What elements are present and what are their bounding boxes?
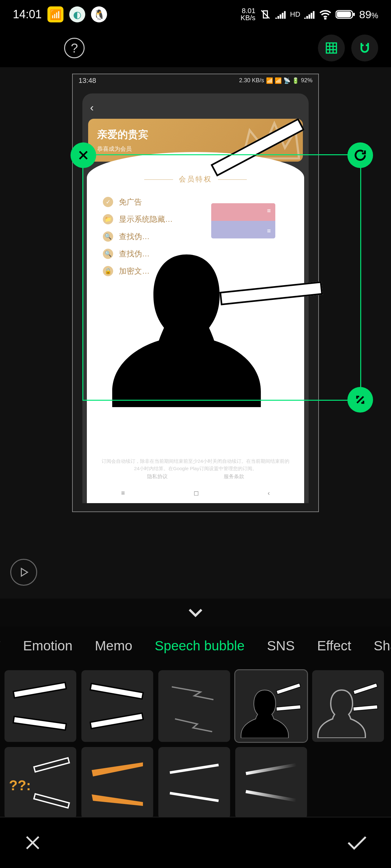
battery-icon (336, 9, 356, 20)
vibrate-icon (259, 8, 272, 21)
sticker-category-tabs: 有 Emotion Memo Speech bubble SNS Effect … (0, 627, 391, 665)
cancel-button[interactable] (22, 833, 43, 853)
signal-icon-1 (275, 9, 286, 19)
tab-speech-bubble[interactable]: Speech bubble (155, 638, 245, 654)
confirm-button[interactable] (345, 834, 368, 852)
sticker-thumb-lines-orange[interactable] (81, 747, 153, 819)
sticker-thumb-lines-thin[interactable] (158, 747, 230, 819)
bottom-action-bar (0, 817, 391, 868)
canvas-frame: 13:48 2.30 KB/s 📶 📶 📡 🔋 92% ‹ 亲爱的贵宾 恭喜成为… (72, 73, 319, 512)
help-button[interactable]: ? (64, 38, 85, 58)
svg-rect-14 (34, 794, 69, 808)
svg-rect-5 (13, 682, 66, 698)
signal-icon-2 (304, 9, 315, 19)
svg-rect-17 (246, 763, 297, 775)
svg-rect-8 (90, 713, 143, 728)
play-preview-button[interactable] (10, 559, 37, 586)
svg-rect-10 (276, 705, 301, 711)
svg-rect-6 (13, 716, 66, 730)
inner-back-icon: ‹ (87, 101, 304, 114)
net-speed: 8.01 KB/s (241, 7, 255, 22)
snap-magnet-button[interactable] (351, 35, 378, 61)
svg-rect-2 (337, 11, 351, 17)
svg-point-0 (325, 18, 326, 19)
selection-delete-handle[interactable] (71, 143, 96, 168)
status-time: 14:01 (13, 8, 42, 21)
tab-emotion[interactable]: Emotion (23, 638, 73, 654)
tab-shape[interactable]: Shape (374, 638, 391, 654)
tab-memo[interactable]: Memo (95, 638, 132, 654)
sticker-thumb-silhouette-filled[interactable] (235, 670, 307, 742)
wifi-icon (319, 9, 332, 20)
svg-rect-4 (326, 43, 337, 53)
editor-top-toolbar: ? (0, 29, 391, 67)
svg-rect-13 (34, 758, 69, 772)
tab-effect[interactable]: Effect (317, 638, 351, 654)
sticker-thumb-lines-fade[interactable] (235, 747, 307, 819)
notif-app-icon-1: 📶 (48, 6, 63, 22)
sticker-thumb-zigzag[interactable] (158, 670, 230, 742)
svg-line-16 (170, 793, 219, 801)
svg-rect-11 (353, 683, 378, 694)
sticker-thumb-silhouette-outline[interactable] (312, 670, 384, 742)
network-hd: HD (290, 10, 300, 19)
selection-scale-handle[interactable] (347, 387, 373, 412)
svg-rect-7 (90, 684, 143, 699)
sticker-badge-text: ??: (9, 777, 31, 794)
sticker-thumb-lines-1[interactable] (4, 670, 76, 742)
status-bar: 14:01 📶 ◐ 🐧 8.01 KB/s HD (0, 0, 391, 29)
editor-canvas[interactable]: 13:48 2.30 KB/s 📶 📶 📡 🔋 92% ‹ 亲爱的贵宾 恭喜成为… (0, 67, 391, 598)
tab-sns[interactable]: SNS (267, 638, 295, 654)
notif-app-icon-2: ◐ (69, 6, 85, 22)
svg-rect-3 (353, 13, 355, 16)
selection-rotate-handle[interactable] (347, 143, 373, 168)
sticker-thumb-lines-2[interactable] (81, 670, 153, 742)
notif-app-icon-3: 🐧 (91, 6, 107, 22)
svg-rect-12 (353, 705, 378, 711)
sticker-thumb-question-lines[interactable]: ??: (4, 747, 76, 819)
tab-partial-left[interactable]: 有 (0, 637, 1, 655)
battery-percent: 89% (359, 8, 378, 21)
sticker-selection-box[interactable] (82, 154, 361, 401)
sticker-grid: ??: (0, 665, 391, 824)
svg-line-15 (170, 765, 219, 773)
panel-collapse-button[interactable] (0, 598, 391, 627)
grid-toggle-button[interactable] (318, 35, 345, 61)
svg-rect-9 (276, 683, 301, 694)
svg-rect-18 (246, 790, 297, 802)
